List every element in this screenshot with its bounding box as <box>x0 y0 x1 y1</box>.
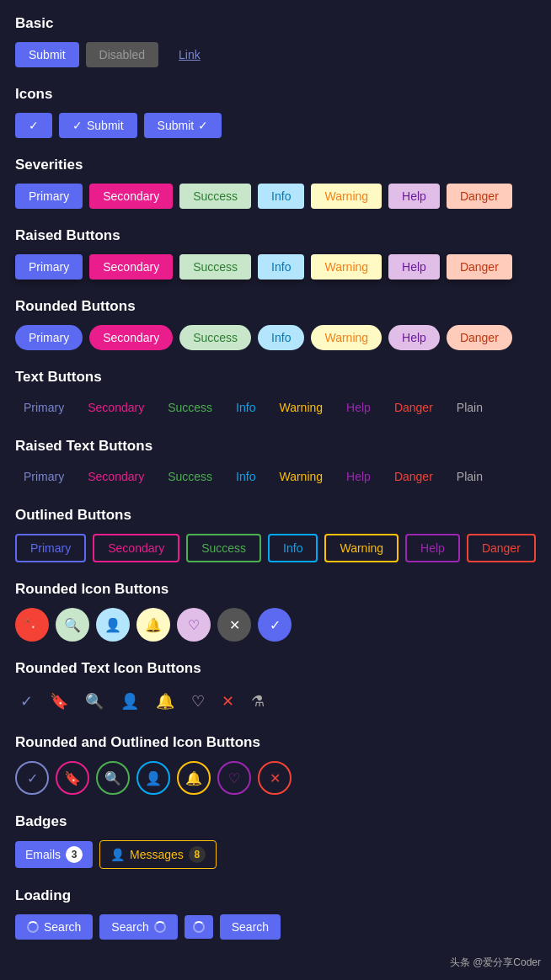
rti-close-button[interactable]: ✕ <box>217 687 239 716</box>
rti-search-button[interactable]: 🔍 <box>80 687 109 716</box>
basic-section: Basic Submit Disabled Link <box>15 15 536 67</box>
badges-section: Badges Emails 3 👤 Messages 8 <box>15 813 536 869</box>
rtext-help-button[interactable]: Help <box>338 465 379 488</box>
round-danger-button[interactable]: Danger <box>447 325 512 350</box>
loading-search-icon-right[interactable]: Search <box>99 914 177 940</box>
text-help-button[interactable]: Help <box>338 396 379 419</box>
round-warning-button[interactable]: Warning <box>311 325 382 350</box>
out-secondary-button[interactable]: Secondary <box>93 534 179 562</box>
ric-check-button[interactable]: ✓ <box>258 608 292 642</box>
messages-badge-button[interactable]: 👤 Messages 8 <box>99 840 217 869</box>
loading-label-4: Search <box>232 920 269 934</box>
loading-section: Loading Search Search Search <box>15 887 536 940</box>
roi-search-button[interactable]: 🔍 <box>96 761 130 795</box>
rtext-info-button[interactable]: Info <box>227 465 264 488</box>
rti-filter-button[interactable]: ⚗ <box>246 687 270 716</box>
rounded-section: Rounded Buttons Primary Secondary Succes… <box>15 298 536 350</box>
roi-heart-button[interactable]: ♡ <box>217 761 251 795</box>
out-info-button[interactable]: Info <box>268 534 318 562</box>
rti-heart-button[interactable]: ♡ <box>186 687 210 716</box>
rounded-icon-section: Rounded Icon Buttons 🔖 🔍 👤 🔔 ♡ ✕ ✓ <box>15 581 536 642</box>
out-danger-button[interactable]: Danger <box>467 534 536 562</box>
text-info-button[interactable]: Info <box>227 396 264 419</box>
severities-title: Severities <box>15 157 536 173</box>
ric-user-button[interactable]: 👤 <box>96 608 130 642</box>
loading-search-icon-left[interactable]: Search <box>15 914 93 940</box>
sev-secondary-button[interactable]: Secondary <box>89 184 173 209</box>
roi-user-button[interactable]: 👤 <box>136 761 170 795</box>
rtext-warning-button[interactable]: Warning <box>270 465 331 488</box>
raised-warning-button[interactable]: Warning <box>311 254 382 280</box>
round-secondary-button[interactable]: Secondary <box>89 325 173 350</box>
rtext-plain-button[interactable]: Plain <box>448 465 491 488</box>
rti-check-button[interactable]: ✓ <box>15 687 38 716</box>
raised-secondary-button[interactable]: Secondary <box>89 254 173 280</box>
sev-success-button[interactable]: Success <box>179 184 251 209</box>
messages-label: Messages <box>130 848 184 861</box>
text-plain-button[interactable]: Plain <box>448 396 491 419</box>
sev-warning-button[interactable]: Warning <box>311 184 382 209</box>
loading-search-text[interactable]: Search <box>220 914 281 940</box>
roi-check-button[interactable]: ✓ <box>15 761 49 795</box>
rtext-primary-button[interactable]: Primary <box>15 465 72 488</box>
text-warning-button[interactable]: Warning <box>270 396 331 419</box>
link-button[interactable]: Link <box>165 42 214 67</box>
round-primary-button[interactable]: Primary <box>15 325 83 350</box>
icon-check-button[interactable]: ✓ <box>15 113 52 138</box>
raised-info-button[interactable]: Info <box>258 254 304 280</box>
text-section: Text Buttons Primary Secondary Success I… <box>15 369 536 419</box>
roi-bookmark-button[interactable]: 🔖 <box>56 761 89 795</box>
submit-button[interactable]: Submit <box>15 42 79 67</box>
ric-search-button[interactable]: 🔍 <box>56 608 89 642</box>
sev-info-button[interactable]: Info <box>258 184 304 209</box>
basic-btn-row: Submit Disabled Link <box>15 42 536 67</box>
rounded-outlined-icon-section: Rounded and Outlined Icon Buttons ✓ 🔖 🔍 … <box>15 734 536 795</box>
rti-bell-button[interactable]: 🔔 <box>151 687 179 716</box>
out-help-button[interactable]: Help <box>405 534 460 562</box>
rtext-danger-button[interactable]: Danger <box>386 465 441 488</box>
ric-heart-button[interactable]: ♡ <box>177 608 211 642</box>
emails-badge-button[interactable]: Emails 3 <box>15 841 93 868</box>
out-warning-button[interactable]: Warning <box>324 534 399 562</box>
outlined-title: Outlined Buttons <box>15 507 536 524</box>
text-success-button[interactable]: Success <box>159 396 221 419</box>
rti-bookmark-button[interactable]: 🔖 <box>45 687 73 716</box>
raised-danger-button[interactable]: Danger <box>447 254 512 280</box>
messages-icon: 👤 <box>110 848 125 861</box>
round-success-button[interactable]: Success <box>179 325 251 350</box>
roi-close-button[interactable]: ✕ <box>258 761 292 795</box>
rounded-title: Rounded Buttons <box>15 298 536 315</box>
loading-spinner-only[interactable] <box>185 915 213 939</box>
basic-title: Basic <box>15 15 536 32</box>
raised-text-title: Raised Text Buttons <box>15 438 536 455</box>
badges-title: Badges <box>15 813 536 830</box>
rti-user-button[interactable]: 👤 <box>115 687 144 716</box>
sev-help-button[interactable]: Help <box>388 184 440 209</box>
ric-bell-button[interactable]: 🔔 <box>136 608 170 642</box>
round-info-button[interactable]: Info <box>258 325 304 350</box>
watermark: 头条 @爱分享Coder <box>450 956 541 970</box>
sev-primary-button[interactable]: Primary <box>15 184 83 209</box>
out-primary-button[interactable]: Primary <box>15 534 86 562</box>
raised-help-button[interactable]: Help <box>388 254 440 280</box>
out-success-button[interactable]: Success <box>186 534 261 562</box>
submit-check-button[interactable]: Submit ✓ <box>144 113 222 138</box>
sev-danger-button[interactable]: Danger <box>447 184 512 209</box>
rtext-secondary-button[interactable]: Secondary <box>79 465 152 488</box>
ric-close-button[interactable]: ✕ <box>217 608 251 642</box>
roi-bell-button[interactable]: 🔔 <box>177 761 211 795</box>
ric-bookmark-button[interactable]: 🔖 <box>15 608 49 642</box>
text-primary-button[interactable]: Primary <box>15 396 72 419</box>
disabled-button: Disabled <box>86 42 158 67</box>
text-secondary-button[interactable]: Secondary <box>79 396 152 419</box>
rtext-success-button[interactable]: Success <box>159 465 221 488</box>
text-danger-button[interactable]: Danger <box>386 396 441 419</box>
rounded-btn-row: Primary Secondary Success Info Warning H… <box>15 325 536 350</box>
round-help-button[interactable]: Help <box>388 325 440 350</box>
raised-primary-button[interactable]: Primary <box>15 254 83 280</box>
icon-check-submit-button[interactable]: ✓ Submit <box>59 113 137 138</box>
raised-title: Raised Buttons <box>15 227 536 244</box>
raised-success-button[interactable]: Success <box>179 254 251 280</box>
rounded-text-icon-btn-row: ✓ 🔖 🔍 👤 🔔 ♡ ✕ ⚗ <box>15 687 536 716</box>
badges-btn-row: Emails 3 👤 Messages 8 <box>15 840 536 869</box>
